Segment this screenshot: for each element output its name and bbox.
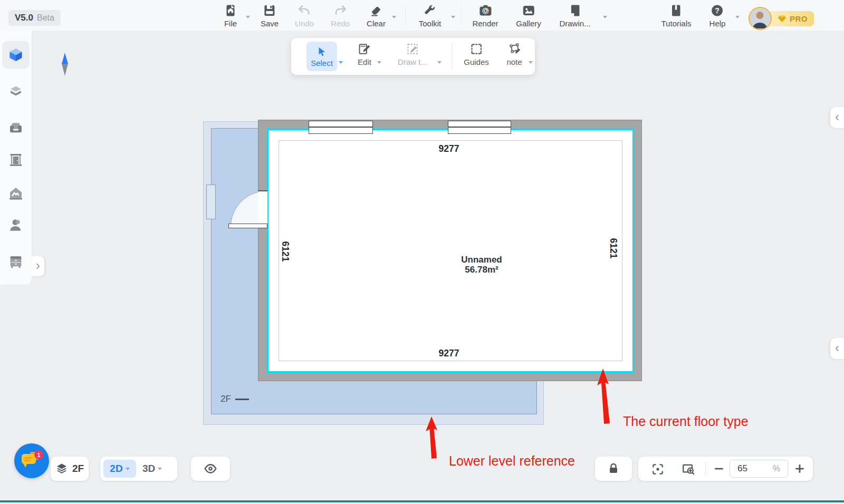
visibility-button[interactable] (191, 457, 230, 481)
file-home-icon (224, 4, 237, 17)
floppy-save-icon (263, 4, 276, 17)
chevron-left-icon (833, 114, 841, 121)
chevron-down-icon (126, 468, 130, 470)
dimension-right: 6121 (608, 238, 619, 259)
eraser-icon (369, 4, 383, 17)
render-button[interactable]: Render (472, 4, 498, 28)
chat-bubble-icon (22, 454, 36, 464)
right-panel-expand-tab-lower[interactable] (830, 338, 844, 359)
zoom-level-input[interactable]: 65 % (730, 460, 788, 478)
app-root: 9277 9277 6121 6121 Unnamed 56.78m² 2F T… (0, 0, 844, 504)
tool-toolbar-divider (452, 43, 452, 70)
undo-button[interactable]: Undo (295, 4, 314, 28)
toolkit-button[interactable]: Toolkit (419, 4, 442, 28)
annotation-text-lower-level: Lower level reference (449, 453, 575, 469)
sidebar (0, 31, 32, 285)
lower-level-floor-dash (235, 399, 249, 400)
floor-layers-button[interactable]: 2F (51, 457, 89, 481)
camera-render-icon (478, 4, 492, 17)
view-3d-button[interactable]: 3D (142, 457, 162, 481)
note-tool-button[interactable]: note (506, 42, 522, 66)
window-pane-line (309, 127, 372, 128)
file-button[interactable]: File (224, 4, 237, 28)
chevron-down-icon[interactable] (603, 16, 607, 18)
chevron-down-icon (158, 468, 162, 470)
window-top-right[interactable] (448, 121, 511, 134)
toolbar-divider (405, 5, 406, 25)
pro-label: PRO (790, 14, 808, 23)
drawing-button[interactable]: Drawin... (559, 4, 590, 28)
north-compass-icon[interactable] (62, 53, 68, 64)
furniture-sofa-icon (8, 120, 24, 135)
save-button[interactable]: Save (261, 4, 279, 28)
zoom-unit: % (773, 464, 780, 473)
edit-tool-button[interactable]: Edit (358, 42, 371, 66)
wrench-icon (423, 4, 437, 17)
tutorials-button[interactable]: Tutorials (661, 4, 692, 28)
fit-view-button[interactable] (651, 462, 665, 478)
annotation-arrow-lower-level (425, 416, 441, 460)
chevron-down-icon[interactable] (377, 61, 381, 64)
sidebar-item-furniture[interactable] (8, 120, 24, 135)
zoom-out-button[interactable] (713, 462, 725, 477)
gallery-button[interactable]: Gallery (516, 4, 541, 28)
version-channel: Beta (37, 13, 54, 23)
lower-level-floor-label: 2F (220, 394, 231, 404)
notification-badge: 1 (34, 450, 43, 459)
chevron-down-icon[interactable] (392, 16, 396, 18)
room-area-label: 56.78m² (465, 265, 498, 275)
toolbar-divider (461, 5, 462, 25)
pro-badge[interactable]: PRO (766, 11, 814, 26)
topbar: V5.0 Beta File Save Undo (0, 0, 844, 31)
drawing-document-icon (568, 4, 582, 17)
dimension-bottom: 9277 (439, 348, 459, 359)
user-avatar[interactable] (749, 7, 772, 30)
floor-button-label: 2F (72, 463, 84, 474)
annotation-text-floor-type: The current floor type (623, 414, 749, 429)
draw-type-tool-button[interactable]: Draw t... (398, 42, 427, 66)
door-leaf[interactable] (228, 224, 267, 228)
zoom-divider (705, 462, 706, 476)
chat-bubble-tail (23, 463, 27, 468)
view-2d-button[interactable]: 2D (103, 460, 136, 478)
zoom-area-button[interactable] (682, 462, 695, 478)
right-panel-expand-tab[interactable] (830, 107, 844, 128)
nightstand-icon (8, 254, 24, 269)
sidebar-item-doors-windows[interactable] (8, 152, 24, 168)
chevron-down-icon[interactable] (246, 16, 250, 18)
version-number: V5.0 (15, 13, 33, 23)
zoom-area-icon (682, 462, 695, 476)
help-button[interactable]: ? Help (709, 4, 726, 28)
minus-icon (713, 462, 725, 475)
sidebar-item-floorplan[interactable] (8, 47, 24, 63)
door-opening[interactable] (258, 190, 267, 227)
chevron-down-icon[interactable] (437, 61, 442, 64)
north-compass-icon-south (62, 64, 68, 76)
gem-icon (778, 15, 787, 23)
layers-icon (55, 462, 68, 475)
zoom-in-button[interactable] (793, 462, 806, 477)
cursor-select-icon (316, 46, 328, 57)
sidebar-expand-tab[interactable] (32, 256, 44, 276)
draw-type-pencil-icon (406, 42, 419, 56)
chevron-down-icon[interactable] (339, 61, 343, 64)
window-top-left[interactable] (309, 121, 373, 134)
chevron-down-icon[interactable] (451, 16, 455, 18)
guides-tool-button[interactable]: Guides (464, 42, 489, 66)
picture-gallery-icon (522, 4, 535, 17)
room-name-label[interactable]: Unnamed (461, 255, 502, 265)
chevron-down-icon[interactable] (735, 16, 740, 18)
sidebar-item-ai-design[interactable] (8, 186, 24, 201)
select-tool-button[interactable]: Select (306, 42, 337, 71)
zoom-controls-group: 65 % (638, 457, 813, 481)
chevron-down-icon[interactable] (529, 61, 533, 64)
sidebar-item-floors[interactable] (8, 84, 24, 100)
sidebar-item-roles[interactable] (8, 218, 24, 234)
svg-text:?: ? (715, 6, 720, 15)
clear-button[interactable]: Clear (367, 4, 386, 28)
chat-fab[interactable]: 1 (14, 443, 49, 478)
redo-button[interactable]: Redo (331, 4, 350, 28)
lock-button[interactable] (595, 457, 632, 481)
sidebar-item-storage[interactable] (8, 254, 24, 269)
house-ai-icon (8, 186, 24, 201)
